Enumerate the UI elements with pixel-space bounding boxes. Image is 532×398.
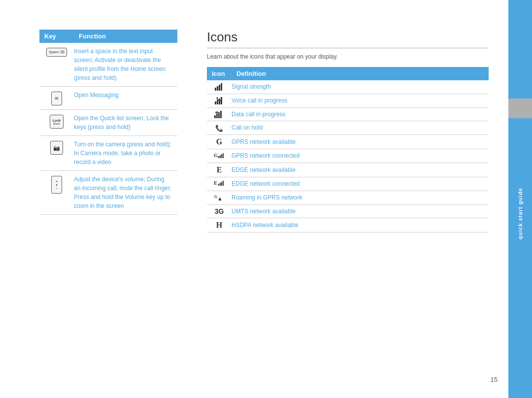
svg-rect-20: [223, 153, 224, 158]
icon-row: Signal strength: [207, 80, 489, 94]
sidebar-gray-block: [508, 99, 532, 118]
icons-description: Learn about the icons that appear on you…: [207, 52, 489, 61]
icon-column-header: Icon: [207, 67, 232, 80]
sidebar-label: quick start guide: [517, 188, 523, 239]
definition-text: EDGE network available: [232, 166, 489, 174]
data-call-icon: ⇄: [207, 110, 232, 118]
table-row: + − Adjust the device's volume; During a…: [39, 171, 177, 215]
gprs-connected-icon: G: [207, 152, 232, 160]
svg-text:G: G: [214, 152, 218, 158]
icon-row: G GPRS network connected: [207, 149, 489, 163]
table-row: Space ⌫ Insert a space in the text input…: [39, 43, 177, 87]
table-row: Lock Back Open the Quick list screen; Lo…: [39, 110, 177, 136]
svg-text:▲: ▲: [217, 196, 223, 201]
definition-text: HSDPA network available: [232, 221, 489, 230]
svg-rect-18: [220, 155, 221, 158]
main-content: Key Function Space ⌫ Insert a space in t…: [0, 0, 508, 398]
svg-rect-17: [218, 156, 219, 158]
svg-rect-4: [215, 101, 216, 104]
svg-rect-1: [217, 86, 218, 91]
function-text: Open the Quick list screen; Lock the key…: [74, 114, 177, 132]
msg-key-icon: ✉: [51, 92, 62, 105]
page-number: 15: [491, 376, 498, 383]
g-icon: G: [216, 137, 222, 146]
gprs-available-icon: G: [207, 137, 232, 146]
vol-key-icon: + −: [51, 176, 62, 194]
icon-row: H HSDPA network available: [207, 218, 489, 232]
icon-row: 📞 . Call on hold: [207, 121, 489, 135]
function-text: Adjust the device's volume; During an in…: [74, 175, 177, 210]
svg-rect-12: [220, 111, 222, 118]
svg-rect-2: [219, 85, 220, 91]
edge-connected-icon: E: [207, 180, 232, 188]
svg-rect-22: [218, 184, 219, 186]
right-panel: Icons Learn about the icons that appear …: [207, 30, 489, 378]
icon-row: ⇄ Data call in progress: [207, 108, 489, 122]
key-icon-cell: Lock Back: [39, 114, 74, 129]
icon-table-header: Icon Definition: [207, 67, 489, 80]
umts-icon: 3G: [207, 207, 232, 215]
key-icon-cell: 📷: [39, 140, 74, 155]
space-key-icon: Space ⌫: [46, 48, 67, 57]
function-text: Open Messaging: [74, 91, 177, 100]
icons-title: Icons: [207, 30, 489, 48]
svg-text:📞: 📞: [216, 97, 221, 101]
svg-rect-0: [215, 88, 216, 91]
svg-rect-3: [221, 83, 222, 91]
svg-text:.: .: [220, 125, 221, 130]
svg-text:E: E: [214, 180, 217, 186]
table-row: ✉ Open Messaging: [39, 87, 177, 110]
e-icon: E: [217, 166, 222, 174]
call-on-hold-icon: 📞 .: [207, 124, 232, 132]
lock-key-icon: Lock Back: [50, 115, 64, 129]
left-panel: Key Function Space ⌫ Insert a space in t…: [39, 30, 177, 378]
sidebar-label-area: quick start guide: [517, 118, 523, 309]
key-function-table-header: Key Function: [39, 30, 177, 43]
roaming-icon: G ▲: [207, 194, 232, 201]
svg-text:⇄: ⇄: [215, 111, 218, 114]
cam-key-icon: 📷: [50, 141, 63, 155]
definition-text: GPRS network available: [232, 138, 489, 146]
svg-rect-24: [221, 182, 222, 186]
definition-text: Data call in progress: [232, 110, 489, 119]
definition-column-header: Definition: [232, 67, 489, 80]
icon-row: G ▲ Roaming in GPRS network: [207, 191, 489, 205]
definition-text: Roaming in GPRS network: [232, 194, 489, 202]
definition-text: Call on hold: [232, 124, 489, 132]
key-column-header: Key: [39, 30, 74, 43]
function-text: Insert a space in the text input screen;…: [74, 47, 177, 82]
icon-row: E EDGE network available: [207, 163, 489, 177]
definition-text: GPRS network connected: [232, 152, 489, 160]
key-icon-cell: Space ⌫: [39, 47, 74, 57]
h-icon: H: [216, 221, 222, 230]
key-icon-cell: ✉: [39, 91, 74, 105]
sidebar-bottom-block: [508, 309, 532, 398]
function-column-header: Function: [74, 30, 177, 43]
icon-row: G GPRS network available: [207, 135, 489, 149]
sidebar-top-block: [508, 0, 532, 99]
svg-rect-10: [216, 114, 218, 118]
right-sidebar: quick start guide: [508, 0, 532, 398]
edge-available-icon: E: [207, 166, 232, 174]
svg-rect-23: [220, 183, 221, 186]
svg-rect-25: [223, 181, 224, 186]
definition-text: Signal strength: [232, 83, 489, 91]
hsdpa-icon: H: [207, 221, 232, 230]
icon-row: E EDGE network connected: [207, 177, 489, 191]
definition-text: Voice call in progress: [232, 97, 489, 105]
svg-rect-11: [218, 112, 220, 118]
3g-icon: 3G: [215, 207, 224, 215]
function-text: Turn on the camera (press and hold); In …: [74, 140, 177, 166]
voice-call-icon: 📞: [207, 97, 232, 104]
definition-text: EDGE network connected: [232, 180, 489, 188]
key-icon-cell: + −: [39, 175, 74, 194]
icon-row: 3G UMTS network available: [207, 205, 489, 219]
table-row: 📷 Turn on the camera (press and hold); I…: [39, 136, 177, 171]
icon-row: 📞 Voice call in progress: [207, 94, 489, 108]
svg-rect-9: [214, 115, 216, 118]
svg-rect-19: [221, 154, 222, 158]
signal-strength-icon: [207, 83, 232, 91]
definition-text: UMTS network available: [232, 207, 489, 216]
